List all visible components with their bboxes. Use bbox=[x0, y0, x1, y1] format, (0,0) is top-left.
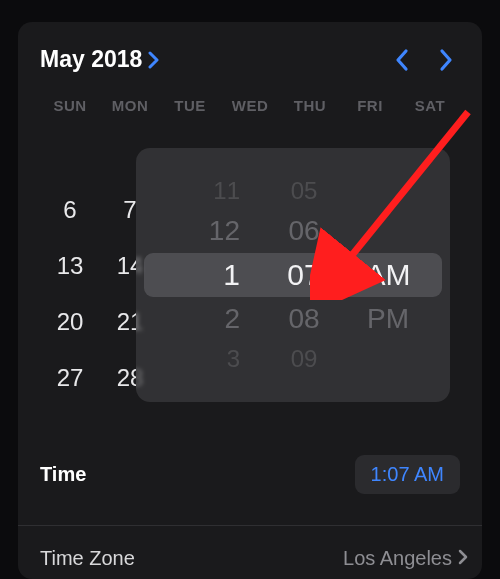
calendar-day[interactable]: 6 bbox=[40, 192, 100, 228]
minute-option: 05 bbox=[291, 173, 318, 209]
weekday-label: THU bbox=[280, 97, 340, 114]
month-title: May 2018 bbox=[40, 46, 142, 73]
minute-wheel[interactable]: 05 06 07 08 09 bbox=[262, 148, 346, 402]
timezone-row[interactable]: Time Zone Los Angeles bbox=[40, 539, 468, 577]
minute-option: 06 bbox=[288, 209, 319, 253]
ampm-spacer bbox=[384, 341, 392, 385]
weekday-label: WED bbox=[220, 97, 280, 114]
prev-month-button[interactable] bbox=[394, 48, 410, 72]
time-picker-overlay[interactable]: 11 12 1 2 3 05 06 07 08 09 AM PM bbox=[136, 148, 450, 402]
hour-option: 2 bbox=[180, 297, 240, 341]
time-value-button[interactable]: 1:07 AM bbox=[355, 455, 460, 494]
timezone-value-text: Los Angeles bbox=[343, 547, 452, 570]
weekday-label: TUE bbox=[160, 97, 220, 114]
ampm-spacer bbox=[384, 165, 392, 209]
calendar-day[interactable]: 27 bbox=[40, 360, 100, 396]
calendar-day[interactable] bbox=[40, 136, 100, 172]
time-row: Time 1:07 AM bbox=[40, 452, 460, 496]
hour-wheel[interactable]: 11 12 1 2 3 bbox=[136, 148, 262, 402]
weekday-label: FRI bbox=[340, 97, 400, 114]
minute-option: 08 bbox=[288, 297, 319, 341]
month-selector[interactable]: May 2018 bbox=[40, 46, 160, 73]
weekday-label: SUN bbox=[40, 97, 100, 114]
timezone-value: Los Angeles bbox=[343, 547, 468, 570]
time-label: Time bbox=[40, 463, 86, 486]
chevron-right-icon bbox=[458, 547, 468, 570]
timezone-label: Time Zone bbox=[40, 547, 135, 570]
ampm-spacer bbox=[384, 209, 392, 253]
chevron-right-icon bbox=[148, 51, 160, 69]
ampm-wheel[interactable]: AM PM bbox=[346, 148, 450, 402]
divider bbox=[18, 525, 482, 526]
calendar-day[interactable]: 13 bbox=[40, 248, 100, 284]
ampm-option: PM bbox=[367, 297, 409, 341]
minute-option: 09 bbox=[291, 341, 318, 377]
weekday-header: SUN MON TUE WED THU FRI SAT bbox=[40, 97, 460, 114]
hour-selected: 1 bbox=[180, 253, 240, 297]
month-nav bbox=[394, 48, 454, 72]
month-header: May 2018 bbox=[40, 46, 460, 73]
minute-selected: 07 bbox=[287, 253, 320, 297]
weekday-label: SAT bbox=[400, 97, 460, 114]
hour-option: 11 bbox=[180, 173, 240, 209]
weekday-label: MON bbox=[100, 97, 160, 114]
calendar-day[interactable]: 20 bbox=[40, 304, 100, 340]
hour-option: 3 bbox=[180, 341, 240, 377]
ampm-selected: AM bbox=[366, 253, 411, 297]
next-month-button[interactable] bbox=[438, 48, 454, 72]
hour-option: 12 bbox=[180, 209, 240, 253]
